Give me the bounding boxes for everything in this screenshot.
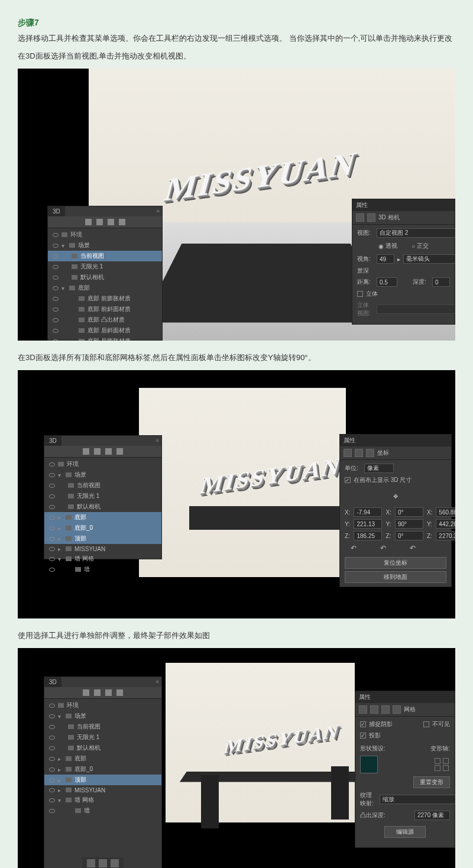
texture-map-select[interactable]: [380, 795, 455, 804]
light-icon[interactable]: [116, 689, 123, 696]
filter-icon[interactable]: [83, 689, 89, 696]
undo-icon-2[interactable]: ↶: [380, 544, 386, 552]
panel-close-icon[interactable]: «: [155, 678, 159, 685]
edit-source-button[interactable]: 编辑源: [384, 826, 426, 838]
ortho-radio[interactable]: ○ 正交: [408, 241, 432, 251]
tree-3d[interactable]: 环境 ▾场景 当前视图 无限光 1 默认相机 ▾底部 底部 前膨胀材质 底部 前…: [48, 228, 162, 341]
y-pos-input[interactable]: [354, 519, 382, 529]
catch-shadow-check[interactable]: [360, 721, 366, 727]
persp-radio[interactable]: ◉ 透视: [375, 241, 401, 251]
tree-row-view[interactable]: 当前视图: [44, 721, 161, 732]
tree-row-scene[interactable]: ▾场景: [44, 469, 161, 480]
undo-icon[interactable]: ↶: [351, 544, 357, 552]
light-icon[interactable]: [119, 219, 125, 225]
tree-row-camera[interactable]: 默认相机: [48, 272, 162, 283]
tree-row-b3[interactable]: 底部 凸出材质: [48, 315, 162, 325]
tree-row-bottom[interactable]: ▾底部: [48, 283, 162, 293]
coord-icon[interactable]: [367, 213, 375, 222]
panel-properties-camera[interactable]: 属性 3D 相机 视图: ◉ 透视 ○ 正交 视角:▸ 景深 距离:深度: 立体…: [352, 199, 455, 325]
tree-row-bottom[interactable]: ▸底部: [44, 512, 161, 523]
light-icon[interactable]: [116, 448, 123, 455]
delete-icon[interactable]: [111, 859, 119, 867]
tree-row-b5[interactable]: 底部 后膨胀材质: [48, 336, 162, 341]
show3d-check[interactable]: [345, 477, 351, 483]
filter-icon[interactable]: [85, 219, 92, 225]
axis-x[interactable]: [435, 758, 440, 764]
tree-row-wall[interactable]: ▾墙 网格: [44, 795, 161, 805]
material-icon[interactable]: [105, 689, 112, 696]
axis-z[interactable]: [435, 765, 440, 771]
y-rot-input[interactable]: [395, 519, 423, 529]
tree-row-wall2[interactable]: 墙: [44, 564, 161, 575]
panel-3d-tab[interactable]: 3D: [44, 436, 61, 446]
panel-properties-mesh[interactable]: 属性 网格 捕捉阴影不可见 投影 形状预设:变形轴:: [355, 691, 455, 848]
unit-select[interactable]: [364, 464, 394, 473]
material-icon[interactable]: [108, 219, 114, 225]
panel-3d-3[interactable]: « 3D 环境 ▾场景 当前视图 无限光 1 默认相机 ▸底部 ▸底部_0 ▸顶…: [44, 676, 162, 868]
lens-select[interactable]: [403, 254, 455, 264]
tree-row-b4[interactable]: 底部 后斜面材质: [48, 325, 162, 336]
panel-3d[interactable]: « 3D 环境 ▾场景 当前视图 无限光 1 默认相机 ▾底部 底部 前膨胀材质…: [47, 206, 163, 341]
tree-row-light[interactable]: 无限光 1: [44, 732, 161, 743]
tree-row-b1[interactable]: 底部 前膨胀材质: [48, 293, 162, 304]
tree-row-top[interactable]: ▸顶部: [44, 533, 161, 544]
axis-y[interactable]: [443, 758, 449, 764]
mesh-icon[interactable]: [94, 448, 101, 455]
dist-input[interactable]: [377, 277, 397, 287]
panel-close-icon[interactable]: «: [155, 437, 159, 443]
coord-icon[interactable]: [366, 449, 374, 457]
tree-row-top[interactable]: ▸顶部: [44, 775, 161, 785]
x-rot-input[interactable]: [395, 507, 423, 517]
y-scale-input[interactable]: [436, 519, 455, 529]
undo-icon-3[interactable]: ↶: [410, 544, 416, 552]
eye-icon[interactable]: [53, 233, 59, 237]
z-rot-input[interactable]: [395, 531, 423, 540]
add-icon[interactable]: [87, 859, 95, 867]
reset-coord-button[interactable]: 复位坐标: [345, 557, 446, 569]
stereo-check[interactable]: [357, 291, 363, 297]
tree-row-env[interactable]: 环境: [44, 700, 161, 711]
tree-row-bottom0[interactable]: ▸底部_0: [44, 764, 161, 775]
tree-row-bottom0[interactable]: ▸底部_0: [44, 523, 161, 533]
cast-shadow-check[interactable]: [360, 733, 366, 739]
tree-row-missyuan[interactable]: ▸MISSYUAN: [44, 544, 161, 553]
tree-row-missyuan[interactable]: ▸MISSYUAN: [44, 785, 161, 795]
mesh-icon[interactable]: [344, 449, 352, 457]
panel-properties-coord[interactable]: 属性 坐标 单位: 在画布上显示 3D 尺寸 ✥ X:X:X: Y:Y:Y: Z…: [339, 434, 452, 587]
tree-row-wall2[interactable]: 墙: [44, 805, 161, 816]
x-pos-input[interactable]: [354, 507, 382, 517]
x-scale-input[interactable]: [436, 507, 455, 517]
tree-row-b2[interactable]: 底部 前斜面材质: [48, 304, 162, 315]
tree-row-scene[interactable]: ▾场景: [44, 711, 161, 721]
tree-row-camera[interactable]: 默认相机: [44, 501, 161, 512]
mesh-icon[interactable]: [94, 689, 101, 696]
view-select[interactable]: [377, 228, 455, 238]
filter-icon[interactable]: [83, 448, 89, 455]
fov-input[interactable]: [377, 254, 394, 264]
new-icon[interactable]: [99, 859, 107, 867]
reset-deform-button[interactable]: 重置变形: [413, 776, 450, 788]
panel-3d-tab[interactable]: 3D: [44, 677, 61, 687]
z-pos-input[interactable]: [354, 531, 382, 540]
tree-row-env[interactable]: 环境: [48, 229, 162, 240]
camera-icon[interactable]: [356, 213, 364, 222]
axis-w[interactable]: [443, 765, 449, 771]
deform-icon[interactable]: [370, 705, 378, 714]
tree-row-view[interactable]: 当前视图: [48, 251, 162, 261]
tree-row-bottom[interactable]: ▸底部: [44, 753, 161, 764]
panel-close-icon[interactable]: «: [156, 208, 160, 214]
tree-row-light[interactable]: 无限光 1: [44, 491, 161, 501]
cap-icon[interactable]: [381, 705, 390, 714]
mesh-icon[interactable]: [96, 219, 103, 225]
to-floor-button[interactable]: 移到地面: [345, 571, 446, 583]
panel-3d-tab[interactable]: 3D: [48, 206, 65, 216]
tree-row-env[interactable]: 环境: [44, 459, 161, 469]
shape-preset-swatch[interactable]: [360, 756, 378, 773]
tree-row-wall[interactable]: ▾墙 网格: [44, 553, 161, 564]
panel-3d-2[interactable]: « 3D 环境 ▾场景 当前视图 无限光 1 默认相机 ▸底部 ▸底部_0 ▸顶…: [44, 435, 162, 559]
tree-row-view[interactable]: 当前视图: [44, 480, 161, 491]
mesh-icon[interactable]: [359, 705, 367, 714]
invisible-check[interactable]: [423, 721, 429, 727]
deep-input[interactable]: [432, 277, 450, 287]
material-icon[interactable]: [355, 449, 363, 457]
